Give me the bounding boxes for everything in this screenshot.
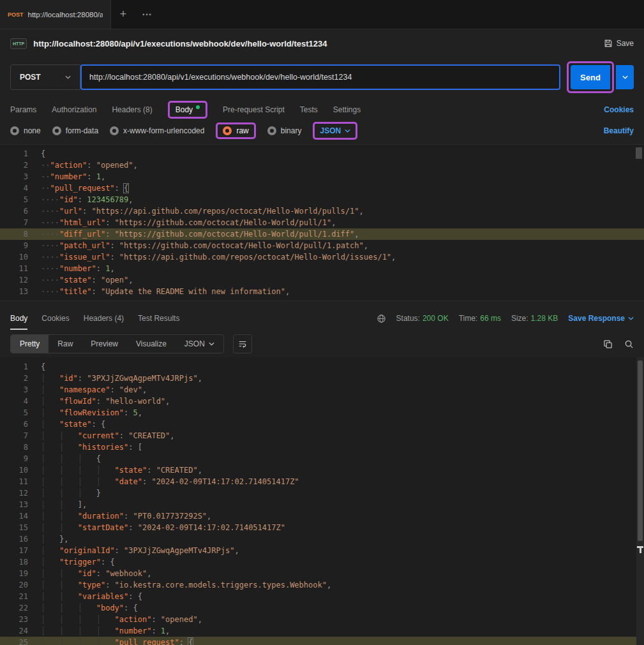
code-line-11[interactable]: 11····"number": 1, bbox=[0, 263, 644, 274]
code-line-21[interactable]: 21│ │ "variables": { bbox=[0, 591, 644, 602]
url-input[interactable] bbox=[82, 73, 559, 82]
body-type-binary[interactable]: binary bbox=[267, 126, 302, 135]
annotation-box-body-tab: Body bbox=[168, 101, 207, 119]
line-number: 21 bbox=[0, 591, 28, 602]
plus-icon: + bbox=[120, 8, 127, 21]
send-options-button[interactable] bbox=[616, 65, 634, 89]
more-icon: ••• bbox=[142, 11, 152, 18]
body-type-form-data[interactable]: form-data bbox=[52, 126, 98, 135]
code-line-5[interactable]: 5│ "flowRevision": 5, bbox=[0, 407, 644, 419]
body-type-x-www-form-urlencoded[interactable]: x-www-form-urlencoded bbox=[110, 126, 204, 135]
line-number: 23 bbox=[0, 614, 28, 625]
body-type-none[interactable]: none bbox=[10, 126, 41, 135]
line-number: 25 bbox=[0, 637, 28, 645]
line-number: 20 bbox=[0, 579, 28, 591]
tab-pre-request-script[interactable]: Pre-request Script bbox=[223, 105, 285, 114]
code-line-12[interactable]: 12│ │ │ } bbox=[0, 487, 644, 499]
wrap-text-button[interactable] bbox=[233, 334, 252, 353]
tab-body[interactable]: Body bbox=[176, 105, 193, 114]
tab-authorization[interactable]: Authorization bbox=[52, 105, 96, 114]
code-line-24[interactable]: 24│ │ │ │ "number": 1, bbox=[0, 625, 644, 637]
code-line-6[interactable]: 6····"url": "https://api.github.com/repo… bbox=[0, 205, 644, 217]
code-line-25[interactable]: 25│ │ │ │ "pull_request": { bbox=[0, 637, 644, 645]
code-line-4[interactable]: 4│ "flowId": "hello-world", bbox=[0, 396, 644, 407]
code-line-3[interactable]: 3│ "namespace": "dev", bbox=[0, 384, 644, 396]
code-line-7[interactable]: 7│ │ "current": "CREATED", bbox=[0, 430, 644, 441]
tab-tests[interactable]: Tests bbox=[300, 105, 318, 114]
response-toolbar: Pretty Raw Preview Visualize JSON bbox=[0, 330, 644, 357]
new-tab-button[interactable]: + bbox=[111, 0, 135, 29]
code-line-7[interactable]: 7····"html_url": "https://github.com/oct… bbox=[0, 217, 644, 228]
code-line-15[interactable]: 15│ │ "startDate": "2024-02-09T14:17:02.… bbox=[0, 522, 644, 533]
code-line-10[interactable]: 10····"issue_url": "https://api.github.c… bbox=[0, 251, 644, 263]
line-number: 9 bbox=[0, 453, 28, 464]
code-line-17[interactable]: 17│ "originalId": "3PXJjZGwqAgpeMTv4JRPj… bbox=[0, 545, 644, 556]
response-tab-headers[interactable]: Headers (4) bbox=[84, 314, 124, 323]
code-line-9[interactable]: 9····"patch_url": "https://github.com/oc… bbox=[0, 240, 644, 251]
line-number: 13 bbox=[0, 286, 28, 297]
method-select[interactable]: POST bbox=[10, 64, 80, 90]
tab-headers[interactable]: Headers (8) bbox=[112, 105, 152, 114]
code-line-2[interactable]: 2│ "id": "3PXJjZGwqAgpeMTv4JRPjs", bbox=[0, 373, 644, 384]
code-line-9[interactable]: 9│ │ │ { bbox=[0, 453, 644, 464]
response-body-editor[interactable]: 1{2│ "id": "3PXJjZGwqAgpeMTv4JRPjs",3│ "… bbox=[0, 357, 644, 645]
code-line-13[interactable]: 13│ │ ], bbox=[0, 499, 644, 510]
code-line-22[interactable]: 22│ │ │ "body": { bbox=[0, 602, 644, 614]
code-line-3[interactable]: 3··"number": 1, bbox=[0, 171, 644, 182]
scrollbar-handle[interactable] bbox=[636, 147, 642, 159]
code-line-18[interactable]: 18│ "trigger": { bbox=[0, 556, 644, 568]
request-body-editor[interactable]: 1{2··"action": "opened",3··"number": 1,4… bbox=[0, 144, 644, 301]
code-line-8[interactable]: 8····"diff_url": "https://github.com/oct… bbox=[0, 228, 644, 240]
code-line-13[interactable]: 13····"title": "Update the README with n… bbox=[0, 286, 644, 297]
body-format-select[interactable]: JSON bbox=[320, 126, 341, 135]
code-line-8[interactable]: 8│ │ "histories": [ bbox=[0, 441, 644, 453]
tab-params[interactable]: Params bbox=[10, 105, 36, 114]
code-line-16[interactable]: 16│ }, bbox=[0, 533, 644, 545]
save-response-button[interactable]: Save Response bbox=[568, 314, 634, 323]
body-type-label: raw bbox=[236, 126, 248, 135]
body-type-options: none form-data x-www-form-urlencoded raw… bbox=[0, 122, 644, 144]
code-line-12[interactable]: 12····"state": "open", bbox=[0, 274, 644, 286]
view-preview[interactable]: Preview bbox=[82, 335, 127, 353]
code-line-5[interactable]: 5····"id": 123456789, bbox=[0, 194, 644, 205]
tab-options-button[interactable]: ••• bbox=[135, 0, 160, 29]
chevron-down-icon bbox=[65, 75, 71, 79]
response-tab-test-results[interactable]: Test Results bbox=[138, 314, 179, 323]
size-indicator: Size:1.28 KB bbox=[511, 314, 558, 323]
line-number: 15 bbox=[0, 522, 28, 533]
response-format-select[interactable]: JSON bbox=[176, 335, 223, 353]
cookies-link[interactable]: Cookies bbox=[604, 105, 634, 114]
view-pretty[interactable]: Pretty bbox=[11, 335, 49, 353]
view-visualize[interactable]: Visualize bbox=[127, 335, 176, 353]
code-line-2[interactable]: 2··"action": "opened", bbox=[0, 159, 644, 171]
line-number: 12 bbox=[0, 274, 28, 286]
line-number: 17 bbox=[0, 545, 28, 556]
tab-settings[interactable]: Settings bbox=[333, 105, 361, 114]
scrollbar-handle[interactable] bbox=[638, 360, 643, 541]
code-line-10[interactable]: 10│ │ │ │ "state": "CREATED", bbox=[0, 464, 644, 476]
code-line-23[interactable]: 23│ │ │ │ "action": "opened", bbox=[0, 614, 644, 625]
save-button[interactable]: Save bbox=[604, 39, 634, 48]
code-line-6[interactable]: 6│ "state": { bbox=[0, 419, 644, 430]
code-line-19[interactable]: 19│ │ "id": "webhook", bbox=[0, 568, 644, 579]
view-raw[interactable]: Raw bbox=[49, 335, 82, 353]
code-line-20[interactable]: 20│ │ "type": "io.kestra.core.models.tri… bbox=[0, 579, 644, 591]
search-icon[interactable] bbox=[624, 339, 634, 349]
copy-icon[interactable] bbox=[603, 339, 613, 349]
code-line-1[interactable]: 1{ bbox=[0, 361, 644, 373]
request-tab[interactable]: POST http://localhost:28080/a bbox=[0, 0, 111, 29]
code-line-11[interactable]: 11│ │ │ │ "date": "2024-02-09T14:17:02.7… bbox=[0, 476, 644, 487]
response-tab-body[interactable]: Body bbox=[10, 314, 27, 323]
beautify-link[interactable]: Beautify bbox=[604, 126, 634, 135]
code-line-1[interactable]: 1{ bbox=[0, 148, 644, 159]
response-tab-cookies[interactable]: Cookies bbox=[41, 314, 69, 323]
scrollbar-track[interactable] bbox=[636, 357, 644, 645]
time-indicator: Time:66 ms bbox=[459, 314, 501, 323]
save-response-label: Save Response bbox=[568, 314, 625, 323]
code-line-4[interactable]: 4··"pull_request": { bbox=[0, 182, 644, 194]
save-label: Save bbox=[617, 39, 634, 48]
code-line-14[interactable]: 14│ │ "duration": "PT0.017737292S", bbox=[0, 510, 644, 522]
line-number: 2 bbox=[0, 159, 28, 171]
body-type-raw[interactable]: raw bbox=[223, 126, 248, 135]
send-button[interactable]: Send bbox=[571, 65, 610, 89]
